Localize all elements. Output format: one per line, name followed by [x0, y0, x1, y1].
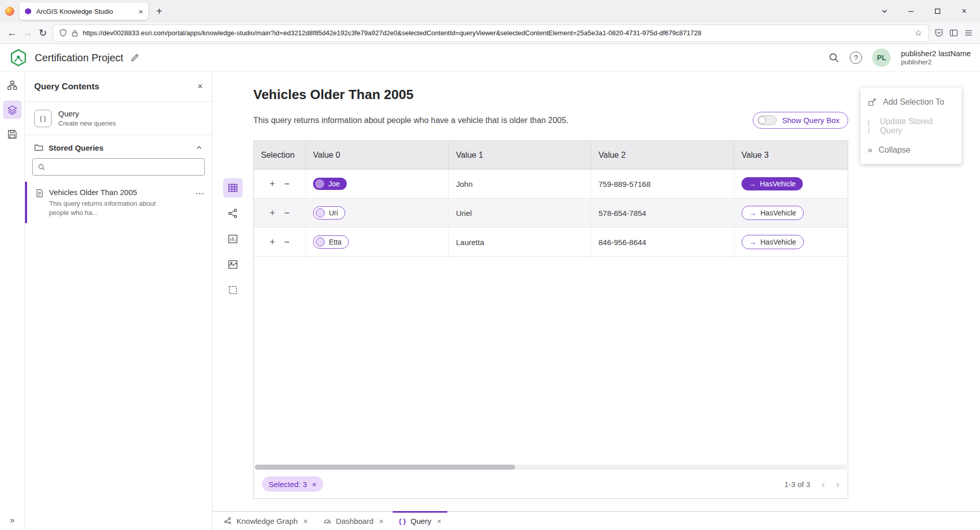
selection-cell: + −: [254, 170, 306, 198]
remove-selection-icon[interactable]: −: [284, 208, 290, 218]
menu-item-collapse[interactable]: » Collapse: [861, 138, 962, 162]
value1-cell: Uriel: [449, 199, 591, 227]
tab-dashboard[interactable]: Dashboard ×: [317, 512, 390, 530]
folder-icon: [34, 143, 43, 152]
new-tab-button[interactable]: +: [153, 6, 165, 17]
edit-pencil-icon[interactable]: [130, 53, 139, 62]
stored-queries-search-input[interactable]: [50, 163, 199, 171]
bookmark-star-icon[interactable]: ☆: [915, 29, 922, 37]
arcgis-favicon-icon: [25, 8, 32, 15]
value3-cell: →HasVehicle: [734, 228, 848, 256]
tab-title: ArcGIS Knowledge Studio: [36, 8, 134, 15]
menu-item-label: Collapse: [878, 146, 910, 155]
selected-count-chip[interactable]: Selected: 3 ×: [262, 476, 323, 492]
tab-close-icon[interactable]: ×: [437, 517, 442, 525]
entity-pill[interactable]: Joe: [313, 178, 347, 190]
previous-page-icon[interactable]: ‹: [822, 479, 825, 489]
scrollbar-thumb[interactable]: [255, 465, 515, 470]
entity-pill[interactable]: Etta: [313, 235, 349, 249]
file-icon: [35, 189, 44, 198]
show-query-box-toggle[interactable]: Show Query Box: [753, 112, 848, 129]
tab-close-icon[interactable]: ×: [138, 8, 143, 15]
entity-pill[interactable]: Uri: [313, 206, 345, 220]
relation-pill[interactable]: →HasVehicle: [742, 235, 804, 249]
user-avatar[interactable]: PL: [872, 49, 891, 67]
user-display-name: publisher2 lastName: [901, 49, 971, 59]
show-query-box-label: Show Query Box: [782, 116, 840, 125]
stored-query-overflow-icon[interactable]: ⋯: [195, 188, 205, 199]
firefox-icon[interactable]: [5, 7, 14, 16]
relation-arrow-icon: →: [749, 209, 756, 217]
table-view-icon[interactable]: [223, 178, 243, 198]
panel-header: Query Contents ×: [25, 72, 212, 102]
tab-close-icon[interactable]: ×: [303, 517, 308, 525]
pagination-range: 1-3 of 3: [784, 480, 810, 489]
add-selection-icon[interactable]: +: [270, 237, 275, 247]
results-table: Selection Value 0 Value 1 Value 2 Value …: [253, 140, 848, 499]
shield-icon[interactable]: [59, 29, 67, 37]
expand-rail-icon[interactable]: »: [0, 516, 25, 525]
url-text[interactable]: https://dev0028833.esri.com/portal/apps/…: [83, 29, 910, 37]
project-title: Certification Project: [35, 52, 123, 64]
link-chart-view-icon[interactable]: [223, 204, 243, 223]
query-braces-icon: { }: [34, 110, 52, 127]
arcgis-knowledge-logo[interactable]: [9, 49, 28, 67]
toggle-switch[interactable]: [757, 115, 777, 125]
relation-pill[interactable]: →HasVehicle: [742, 206, 804, 220]
add-selection-icon[interactable]: +: [270, 179, 275, 188]
sidebar-toggle-icon[interactable]: [949, 29, 958, 37]
help-icon[interactable]: ?: [850, 52, 862, 64]
subtitle-row: This query returns information about peo…: [253, 112, 848, 129]
browser-tab[interactable]: ArcGIS Knowledge Studio ×: [19, 3, 148, 20]
new-query-item[interactable]: { } Query Create new queries: [25, 102, 212, 135]
tab-knowledge-graph[interactable]: Knowledge Graph ×: [218, 512, 314, 530]
layers-icon[interactable]: [3, 101, 21, 119]
stored-queries-header[interactable]: Stored Queries: [25, 135, 212, 157]
reload-button[interactable]: ↻: [39, 28, 47, 38]
clear-selection-icon[interactable]: ×: [312, 480, 317, 489]
tab-list-chevron-icon[interactable]: [874, 3, 895, 20]
user-info[interactable]: publisher2 lastName publisher2: [901, 49, 971, 67]
chevron-up-icon[interactable]: [196, 144, 203, 151]
hamburger-menu-icon[interactable]: [964, 29, 973, 37]
selection-tools-icon[interactable]: [223, 280, 243, 300]
tab-query[interactable]: { } Query ×: [393, 512, 447, 530]
lock-icon: [71, 30, 78, 37]
table-footer: Selected: 3 × 1-3 of 3 ‹ ›: [254, 470, 848, 498]
forward-button[interactable]: →: [23, 28, 33, 38]
left-rail: »: [0, 72, 25, 530]
back-button[interactable]: ←: [7, 28, 17, 38]
data-model-icon[interactable]: [3, 76, 21, 94]
horizontal-scrollbar[interactable]: [255, 465, 847, 470]
url-bar[interactable]: https://dev0028833.esri.com/portal/apps/…: [53, 25, 928, 41]
value2-cell: 759-889-57168: [591, 170, 734, 198]
value1-cell: John: [449, 170, 591, 198]
stored-query-item[interactable]: Vehicles Older Than 2005 This query retu…: [25, 182, 212, 223]
value2-cell: 846-956-8644: [591, 228, 734, 256]
add-selection-to-icon: [868, 98, 877, 107]
collapse-icon: »: [868, 145, 872, 155]
menu-item-update-stored-query[interactable]: { } Update Stored Query: [861, 114, 962, 138]
relation-pill[interactable]: →HasVehicle: [742, 177, 803, 190]
value3-cell: →HasVehicle: [734, 199, 848, 227]
query-contents-panel: Query Contents × { } Query Create new qu…: [25, 72, 212, 530]
window-maximize-button[interactable]: [927, 3, 948, 20]
pocket-icon[interactable]: [935, 29, 943, 37]
value1-cell: Lauretta: [449, 228, 591, 256]
remove-selection-icon[interactable]: −: [284, 179, 290, 188]
search-icon[interactable]: [828, 52, 840, 63]
next-page-icon[interactable]: ›: [836, 479, 840, 489]
browser-tab-bar: ArcGIS Knowledge Studio × + ×: [0, 0, 980, 22]
window-close-button[interactable]: ×: [953, 3, 975, 20]
panel-close-icon[interactable]: ×: [197, 81, 203, 92]
add-selection-icon[interactable]: +: [270, 208, 275, 218]
map-view-icon[interactable]: [223, 255, 243, 274]
entity-label: Etta: [329, 238, 342, 246]
save-icon[interactable]: [3, 125, 21, 143]
menu-item-add-selection-to[interactable]: Add Selection To: [861, 90, 962, 114]
tab-label: Knowledge Graph: [236, 517, 298, 525]
window-minimize-button[interactable]: [900, 3, 922, 20]
tab-close-icon[interactable]: ×: [379, 517, 384, 525]
chart-view-icon[interactable]: [223, 229, 243, 249]
remove-selection-icon[interactable]: −: [284, 237, 290, 247]
